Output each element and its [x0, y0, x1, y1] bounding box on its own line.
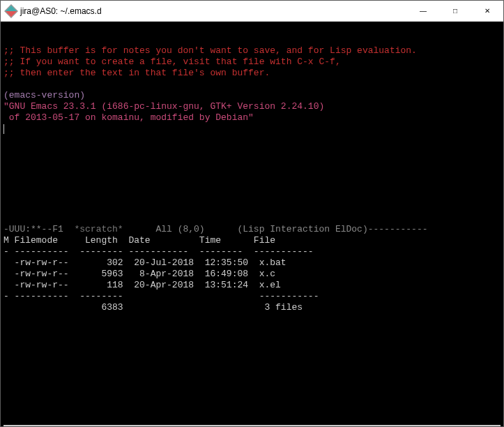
lisp-expr: (emacs-version) [3, 90, 501, 101]
archive-row[interactable]: -rw-rw-r-- 302 20-Jul-2018 12:35:50 x.ba… [3, 257, 501, 269]
lisp-result-line: "GNU Emacs 23.3.1 (i686-pc-linux-gnu, GT… [3, 101, 501, 112]
major-mode: (Lisp Interaction ElDoc) [237, 224, 367, 234]
cursor-line [3, 123, 501, 135]
buffer-name: x.zip [74, 425, 101, 426]
minimize-button[interactable]: — [407, 1, 439, 22]
blank-line [3, 79, 501, 90]
archive-header: M Filemode Length Date Time File [3, 235, 501, 246]
buffer-name: *scratch* [74, 224, 123, 234]
archive-divider: - ---------- -------- ----------- ------… [3, 246, 501, 257]
terminal[interactable]: ;; This buffer is for notes you don't wa… [1, 22, 503, 426]
scratch-comment-line: ;; then enter the text in that file's ow… [3, 68, 501, 79]
lisp-result-line: of 2013-05-17 on komainu, modified by De… [3, 112, 501, 123]
window-title: jira@AS0: ~/.emacs.d [20, 6, 102, 16]
scratch-comment-line: ;; This buffer is for notes you don't wa… [3, 45, 501, 57]
scratch-comment-line: ;; If you want to create a file, visit t… [3, 57, 501, 68]
modeline-zip[interactable]: -UU=:%%--F1 x.zip All (3,47) (Zip-Archiv… [3, 425, 501, 426]
modeline-scratch[interactable]: -UUU:**--F1 *scratch* All (8,0) (Lisp In… [3, 224, 501, 235]
archive-total: 6383 3 files [3, 302, 501, 313]
close-button[interactable]: ✕ [471, 1, 503, 22]
titlebar[interactable]: jira@AS0: ~/.emacs.d — □ ✕ [1, 1, 503, 22]
archive-row[interactable]: -rw-rw-r-- 5963 8-Apr-2018 16:49:08 x.c [3, 269, 501, 280]
archive-divider: - ---------- -------- ----------- [3, 291, 501, 302]
major-mode: (Zip-Archive Narrow) [227, 425, 335, 426]
app-window: jira@AS0: ~/.emacs.d — □ ✕ ;; This buffe… [0, 0, 504, 427]
maximize-button[interactable]: □ [439, 1, 471, 22]
archive-row[interactable]: -rw-rw-r-- 118 20-Apr-2018 13:51:24 x.el [3, 280, 501, 291]
text-cursor [3, 124, 4, 134]
app-icon [4, 4, 18, 18]
